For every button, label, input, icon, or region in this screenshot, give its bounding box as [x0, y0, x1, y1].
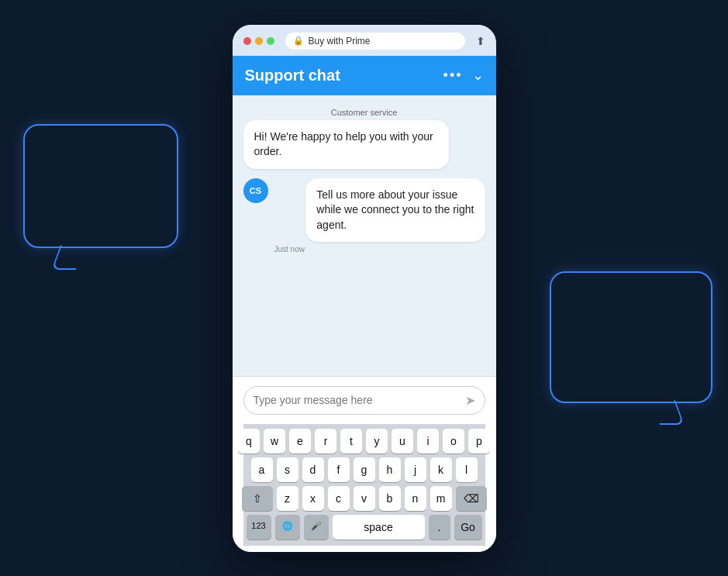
key-h[interactable]: h: [379, 457, 401, 482]
key-mic[interactable]: 🎤: [304, 515, 329, 540]
message-input-row[interactable]: ➤: [243, 386, 485, 415]
message-bubble-1: Hi! We're happy to help you with your or…: [243, 120, 449, 169]
message-input[interactable]: [254, 394, 459, 406]
keyboard-row-1: q w e r t y u i o p: [247, 429, 482, 454]
key-globe[interactable]: 🌐: [275, 515, 300, 540]
key-a[interactable]: a: [251, 457, 273, 482]
key-space[interactable]: space: [333, 515, 425, 540]
key-b[interactable]: b: [379, 486, 401, 511]
key-w[interactable]: w: [264, 429, 285, 454]
key-period[interactable]: .: [429, 515, 450, 540]
key-n[interactable]: n: [405, 486, 426, 511]
minimize-icon[interactable]: ⌄: [472, 67, 484, 84]
chat-header: Support chat ••• ⌄: [233, 56, 496, 95]
phone-container: 🔒 Buy with Prime ⬆ Support chat ••• ⌄ Cu…: [233, 25, 496, 552]
key-123[interactable]: 123: [247, 515, 271, 540]
key-u[interactable]: u: [392, 429, 413, 454]
key-p[interactable]: p: [468, 429, 490, 454]
key-t[interactable]: t: [340, 429, 362, 454]
chat-title: Support chat: [245, 67, 340, 85]
share-icon[interactable]: ⬆: [476, 35, 485, 47]
key-s[interactable]: s: [277, 457, 298, 482]
key-d[interactable]: d: [302, 457, 324, 482]
address-bar[interactable]: 🔒 Buy with Prime: [285, 33, 465, 50]
key-go[interactable]: Go: [454, 515, 482, 540]
message-bubble-2: Tell us more about your issue while we c…: [305, 178, 485, 243]
message-bubble-2-container: Tell us more about your issue while we c…: [274, 178, 485, 254]
key-r[interactable]: r: [315, 429, 336, 454]
browser-dots: [243, 37, 274, 45]
key-backspace[interactable]: ⌫: [456, 486, 487, 511]
avatar-cs: CS: [243, 178, 268, 203]
key-j[interactable]: j: [405, 457, 426, 482]
message-with-avatar: CS Tell us more about your issue while w…: [243, 178, 485, 254]
key-g[interactable]: g: [354, 457, 375, 482]
chat-body: Customer service Hi! We're happy to help…: [233, 95, 496, 376]
key-i[interactable]: i: [417, 429, 439, 454]
key-y[interactable]: y: [366, 429, 388, 454]
keyboard: q w e r t y u i o p a s d f g h j k l: [243, 424, 485, 546]
dot-red: [243, 37, 251, 45]
key-k[interactable]: k: [430, 457, 452, 482]
key-q[interactable]: q: [238, 429, 260, 454]
key-v[interactable]: v: [354, 486, 375, 511]
key-e[interactable]: e: [289, 429, 311, 454]
key-o[interactable]: o: [443, 429, 464, 454]
timestamp: Just now: [274, 245, 485, 254]
key-x[interactable]: x: [302, 486, 324, 511]
input-area: ➤ q w e r t y u i o p a s d f g h: [233, 376, 496, 552]
browser-bar: 🔒 Buy with Prime ⬆: [233, 25, 496, 56]
decorative-bubble-right: [550, 271, 712, 403]
keyboard-row-2: a s d f g h j k l: [247, 457, 482, 482]
dot-green: [267, 37, 274, 45]
lock-icon: 🔒: [293, 36, 304, 46]
key-c[interactable]: c: [328, 486, 350, 511]
key-l[interactable]: l: [456, 457, 478, 482]
key-m[interactable]: m: [430, 486, 452, 511]
decorative-bubble-left: [23, 124, 178, 248]
keyboard-row-3: ⇧ z x c v b n m ⌫: [247, 486, 482, 511]
agent-label: Customer service Hi! We're happy to help…: [243, 108, 485, 169]
more-options-icon[interactable]: •••: [443, 67, 463, 84]
dot-yellow: [255, 37, 263, 45]
key-z[interactable]: z: [277, 486, 298, 511]
send-icon[interactable]: ➤: [465, 393, 475, 408]
chat-header-actions: ••• ⌄: [443, 67, 484, 84]
address-text: Buy with Prime: [309, 36, 371, 47]
key-shift[interactable]: ⇧: [242, 486, 273, 511]
key-f[interactable]: f: [328, 457, 350, 482]
keyboard-bottom-row: 123 🌐 🎤 space . Go: [247, 515, 482, 540]
